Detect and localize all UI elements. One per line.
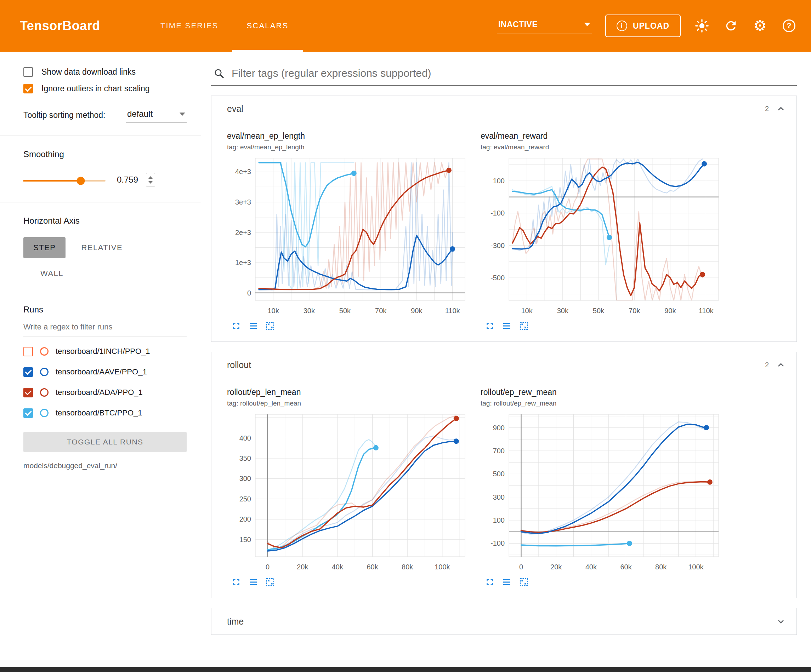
tooltip-sorting-dropdown[interactable]: default [126, 108, 187, 123]
expand-chart-icon[interactable] [484, 320, 495, 332]
show-download-links-label: Show data download links [41, 67, 136, 77]
upload-button[interactable]: i UPLOAD [605, 15, 681, 37]
fit-domain-icon[interactable] [265, 576, 276, 588]
svg-text:-300: -300 [490, 242, 505, 249]
svg-text:50k: 50k [339, 307, 351, 315]
axis-step-button[interactable]: STEP [24, 237, 66, 258]
rollout-charts: rollout/ep_len_mean tag: rollout/ep_len_… [211, 378, 796, 598]
fit-domain-icon[interactable] [265, 320, 276, 332]
svg-text:100: 100 [493, 516, 505, 524]
chart-plot[interactable]: 10k30k50k70k90k110k100-100-300-500 [480, 152, 725, 319]
svg-text:-100: -100 [490, 539, 505, 547]
svg-text:100k: 100k [434, 563, 450, 571]
chart-title: eval/mean_reward [480, 131, 725, 141]
run-color-radio[interactable] [40, 347, 49, 355]
chart-plot[interactable]: 020k40k60k80k100k150200250300350400 [227, 409, 472, 575]
expand-chart-icon[interactable] [231, 320, 242, 332]
axis-wall-button[interactable]: WALL [41, 269, 63, 278]
svg-text:110k: 110k [445, 307, 460, 315]
run-row[interactable]: tensorboard/1INCH/PPO_1 [24, 341, 187, 362]
data-series-icon[interactable] [501, 320, 512, 332]
run-label: tensorboard/AAVE/PPO_1 [56, 367, 147, 376]
svg-text:30k: 30k [557, 307, 569, 315]
tooltip-sorting-value: default [127, 109, 153, 119]
chart-widget: rollout/ep_len_mean tag: rollout/ep_len_… [227, 388, 472, 588]
number-stepper[interactable] [146, 173, 155, 187]
chart-widget: eval/mean_reward tag: eval/mean_reward 1… [480, 131, 725, 332]
sidebar-divider [0, 291, 201, 291]
runs-filter-input[interactable] [24, 318, 187, 337]
chart-plot[interactable]: 10k30k50k70k90k110k01e+32e+33e+34e+3 [227, 152, 472, 319]
fit-domain-icon[interactable] [518, 320, 529, 332]
section-rollout-header[interactable]: rollout 2 [211, 352, 796, 378]
run-checkbox[interactable] [24, 347, 33, 356]
toggle-all-runs-button[interactable]: TOGGLE ALL RUNS [24, 432, 187, 452]
search-icon [213, 68, 224, 79]
stepper-up-icon[interactable] [148, 176, 153, 179]
smoothing-slider[interactable] [24, 180, 105, 181]
expand-chart-icon[interactable] [231, 576, 242, 588]
section-time: time [211, 608, 797, 635]
chart-actions [480, 576, 725, 588]
data-series-icon[interactable] [248, 320, 259, 332]
smoothing-row [24, 172, 187, 189]
section-title: rollout [227, 360, 251, 370]
tab-time-series[interactable]: TIME SERIES [146, 0, 232, 52]
svg-text:150: 150 [239, 536, 251, 543]
horizontal-axis-label: Horizontal Axis [24, 216, 187, 226]
run-checkbox[interactable] [24, 388, 33, 398]
active-dashboards-value: INACTIVE [498, 20, 538, 29]
run-row[interactable]: tensorboard/AAVE/PPO_1 [24, 362, 187, 382]
run-row[interactable]: tensorboard/BTC/PPO_1 [24, 403, 187, 423]
svg-text:20k: 20k [550, 563, 562, 571]
smoothing-label: Smoothing [24, 149, 187, 159]
run-color-radio[interactable] [40, 388, 49, 397]
settings-gear-icon[interactable]: ⚙ [752, 18, 768, 34]
checkbox-checked-icon[interactable] [24, 84, 33, 93]
info-icon: i [617, 20, 627, 31]
ignore-outliers-toggle[interactable]: Ignore outliers in chart scaling [24, 84, 187, 93]
svg-text:400: 400 [239, 434, 251, 442]
smoothing-value-box [116, 172, 156, 189]
svg-text:3e+3: 3e+3 [235, 198, 251, 206]
runs-label: Runs [24, 305, 187, 315]
chart-widget: eval/mean_ep_length tag: eval/mean_ep_le… [227, 131, 472, 332]
svg-text:80k: 80k [655, 563, 667, 571]
run-checkbox[interactable] [24, 408, 33, 418]
chevron-up-icon[interactable] [776, 360, 786, 370]
active-dashboards-dropdown[interactable]: INACTIVE [497, 18, 592, 34]
svg-text:70k: 70k [629, 307, 640, 315]
tab-scalars[interactable]: SCALARS [232, 0, 302, 52]
fit-domain-icon[interactable] [518, 576, 529, 588]
data-series-icon[interactable] [248, 576, 259, 588]
chevron-up-icon[interactable] [776, 104, 786, 114]
svg-text:30k: 30k [304, 307, 315, 315]
run-checkbox[interactable] [24, 367, 33, 377]
chart-plot[interactable]: 020k40k60k80k100k-100100300500700900 [480, 409, 725, 575]
help-icon[interactable]: ? [781, 18, 797, 34]
run-row[interactable]: tensorboard/ADA/PPO_1 [24, 382, 187, 403]
svg-text:50k: 50k [593, 307, 604, 315]
brightness-icon[interactable] [694, 18, 710, 34]
expand-chart-icon[interactable] [484, 576, 495, 588]
svg-text:4e+3: 4e+3 [235, 168, 251, 176]
checkbox-unchecked-icon[interactable] [24, 67, 33, 77]
stepper-down-icon[interactable] [148, 181, 153, 184]
refresh-icon[interactable] [723, 18, 739, 34]
show-download-links-toggle[interactable]: Show data download links [24, 67, 187, 77]
run-color-radio[interactable] [40, 368, 49, 376]
dashboard-main: eval 2 eval/mean_ep_length tag: eval/mea… [201, 52, 811, 672]
svg-text:110k: 110k [699, 307, 714, 315]
smoothing-value-input[interactable] [117, 175, 144, 185]
section-eval-header[interactable]: eval 2 [211, 96, 796, 122]
chevron-down-icon[interactable] [776, 616, 786, 626]
run-color-radio[interactable] [40, 409, 49, 417]
data-series-icon[interactable] [501, 576, 512, 588]
filter-tags-input[interactable] [232, 67, 795, 79]
slider-handle[interactable] [77, 176, 85, 185]
bottom-strip [0, 667, 811, 672]
axis-relative-button[interactable]: RELATIVE [81, 243, 122, 252]
section-time-header[interactable]: time [211, 608, 796, 635]
sidebar-divider [0, 202, 201, 202]
chart-title: rollout/ep_rew_mean [480, 388, 725, 397]
